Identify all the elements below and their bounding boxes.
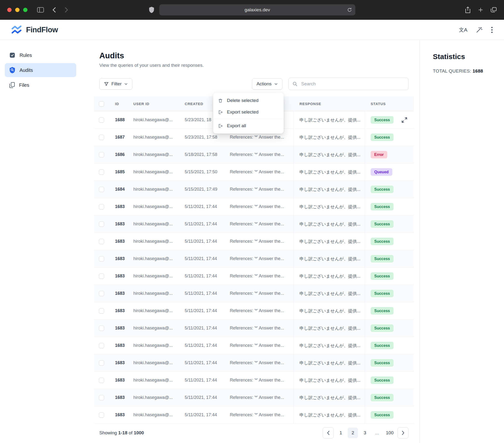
- sidebar-toggle-icon[interactable]: [37, 7, 44, 13]
- status-badge: Success: [371, 376, 394, 384]
- row-checkbox[interactable]: [99, 412, 104, 418]
- row-checkbox[interactable]: [99, 239, 104, 244]
- row-query: References: '*' Answer the...: [230, 406, 293, 424]
- page-button[interactable]: 1: [336, 427, 346, 438]
- menu-item-delete-selected[interactable]: Delete selected: [213, 95, 284, 106]
- row-id: 1684: [115, 181, 133, 198]
- row-created: 5/11/2021, 17:44: [185, 285, 230, 302]
- statistics-panel: Statistics TOTAL QUERIES: 1688: [420, 40, 504, 443]
- sidebar-item-files[interactable]: Files: [5, 78, 76, 92]
- reload-icon[interactable]: [347, 7, 352, 12]
- row-created: 5/11/2021, 17:44: [185, 302, 230, 319]
- status-badge: Success: [371, 272, 394, 280]
- search-input[interactable]: [288, 78, 409, 90]
- row-checkbox[interactable]: [99, 378, 104, 383]
- row-id: 1686: [115, 146, 133, 163]
- previous-page-button[interactable]: [323, 427, 334, 438]
- url-text: galaxies.dev: [245, 7, 270, 13]
- forward-button-icon[interactable]: [65, 7, 68, 13]
- row-query: References: '*' Answer the...: [230, 389, 293, 406]
- magic-wand-icon[interactable]: [476, 27, 482, 33]
- table-row: 1683 hiroki.hasegawa@... 5/11/2021, 17:4…: [94, 198, 414, 216]
- row-created: 5/15/2021, 17:49: [185, 181, 230, 198]
- page-button[interactable]: 3: [360, 427, 370, 438]
- row-created: 5/11/2021, 17:44: [185, 216, 230, 233]
- row-query: References: '*' Answer the...: [230, 233, 293, 250]
- pagination-pages: 123...100: [336, 427, 396, 438]
- row-checkbox[interactable]: [99, 308, 104, 314]
- row-checkbox[interactable]: [99, 204, 104, 209]
- row-checkbox[interactable]: [99, 395, 104, 400]
- translate-icon[interactable]: 文A: [459, 27, 467, 33]
- row-id: 1683: [115, 233, 133, 250]
- statistics-title: Statistics: [433, 52, 499, 61]
- new-tab-icon[interactable]: [478, 7, 483, 13]
- row-response: 申し訳ございませんが、提供...: [293, 111, 365, 128]
- filter-button[interactable]: Filter: [99, 78, 132, 90]
- row-response: 申し訳ございませんが、提供...: [293, 129, 365, 146]
- table-row: 1683 hiroki.hasegawa@... 5/11/2021, 17:4…: [94, 337, 414, 354]
- close-window-button[interactable]: [7, 8, 12, 12]
- address-bar[interactable]: galaxies.dev: [159, 4, 356, 16]
- page-button[interactable]: 2: [348, 427, 358, 438]
- row-checkbox[interactable]: [99, 343, 104, 348]
- row-query: References: '*' Answer the...: [230, 198, 293, 215]
- table-row: 1683 hiroki.hasegawa@... 5/11/2021, 17:4…: [94, 216, 414, 233]
- minimize-window-button[interactable]: [15, 8, 19, 12]
- tab-overview-icon[interactable]: [490, 7, 497, 13]
- zoom-window-button[interactable]: [23, 8, 27, 12]
- row-query: References: '*' Answer the...: [230, 285, 293, 302]
- actions-button[interactable]: Actions: [252, 78, 282, 90]
- app-header: FindFlow 文A: [0, 20, 504, 40]
- menu-item-export-all[interactable]: Export all: [213, 120, 284, 132]
- row-checkbox[interactable]: [99, 360, 104, 366]
- row-checkbox[interactable]: [99, 117, 104, 123]
- export-icon: [218, 110, 223, 115]
- row-checkbox[interactable]: [99, 187, 104, 192]
- row-created: 5/11/2021, 17:44: [185, 406, 230, 424]
- page-subtitle: View the queries of your users and their…: [99, 63, 414, 68]
- rules-check-icon: [9, 52, 16, 58]
- filter-button-label: Filter: [111, 81, 122, 86]
- share-icon[interactable]: [465, 6, 471, 13]
- pagination: 123...100: [323, 427, 409, 438]
- row-created: 5/11/2021, 17:44: [185, 337, 230, 354]
- select-all-checkbox[interactable]: [99, 101, 104, 106]
- table-row: 1683 hiroki.hasegawa@... 5/11/2021, 17:4…: [94, 302, 414, 320]
- row-checkbox[interactable]: [99, 291, 104, 296]
- row-created: 5/11/2021, 17:44: [185, 250, 230, 267]
- files-icon: [9, 82, 15, 88]
- row-response: 申し訳ございませんが、提供...: [293, 406, 365, 424]
- row-checkbox[interactable]: [99, 273, 104, 279]
- row-id: 1683: [115, 285, 133, 302]
- showing-total: 1000: [134, 430, 144, 435]
- row-user-id: hiroki.hasegawa@...: [133, 129, 185, 146]
- table-row: 1685 hiroki.hasegawa@... 5/15/2021, 17:5…: [94, 163, 414, 181]
- page-button[interactable]: 100: [384, 427, 396, 438]
- sidebar-item-audits[interactable]: Audits: [5, 63, 76, 77]
- status-badge: Success: [371, 116, 394, 124]
- expand-icon[interactable]: [401, 117, 408, 123]
- row-id: 1683: [115, 354, 133, 371]
- row-checkbox[interactable]: [99, 256, 104, 261]
- menu-item-export-selected[interactable]: Export selected: [213, 106, 284, 118]
- sidebar-item-rules[interactable]: Rules: [5, 48, 76, 62]
- row-query: References: '*' Answer the...: [230, 320, 293, 337]
- row-checkbox[interactable]: [99, 222, 104, 227]
- table-row: 1683 hiroki.hasegawa@... 5/11/2021, 17:4…: [94, 354, 414, 372]
- row-id: 1683: [115, 389, 133, 406]
- back-button-icon[interactable]: [53, 7, 56, 13]
- kebab-menu-icon[interactable]: [491, 27, 493, 33]
- row-checkbox[interactable]: [99, 170, 104, 175]
- row-user-id: hiroki.hasegawa@...: [133, 354, 185, 371]
- next-page-button[interactable]: [397, 427, 409, 438]
- row-response: 申し訳ございませんが、提供...: [293, 285, 365, 302]
- row-response: 申し訳ございませんが、提供...: [293, 216, 365, 233]
- row-checkbox[interactable]: [99, 135, 104, 140]
- privacy-shield-icon[interactable]: [149, 6, 155, 13]
- menu-divider: [213, 119, 284, 119]
- row-checkbox[interactable]: [99, 152, 104, 157]
- status-badge: Success: [371, 290, 394, 297]
- status-badge: Success: [371, 324, 394, 332]
- row-checkbox[interactable]: [99, 326, 104, 331]
